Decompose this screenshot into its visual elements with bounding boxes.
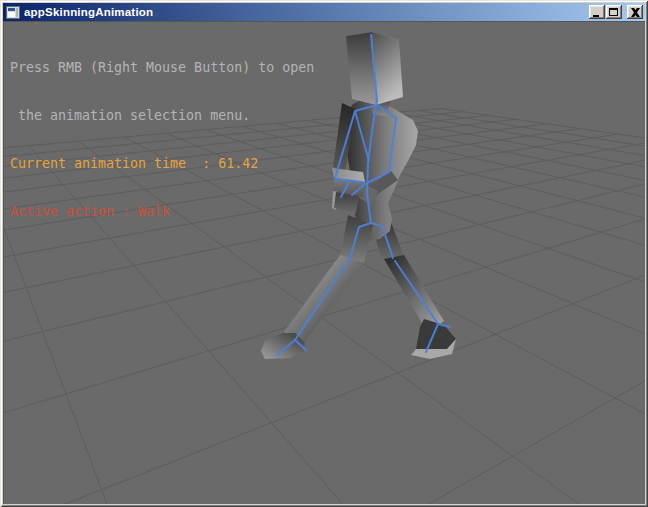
hud-text: Press RMB (Right Mouse Button) to open t… [10,28,314,252]
window-title: appSkinningAnimation [24,6,588,19]
bone-front-shin [295,258,350,340]
character-back-foot [416,319,456,349]
close-icon [631,8,640,17]
grid-line [417,111,645,296]
viewport-3d[interactable]: Press RMB (Right Mouse Button) to open t… [3,21,645,504]
app-icon[interactable] [6,6,20,19]
active-action-readout: Active action : Walk [10,204,314,220]
character-front-foot [261,333,305,359]
grid-line [392,113,645,325]
minimize-button[interactable] [589,5,605,19]
app-window: appSkinningAnimation [0,0,648,507]
maximize-button[interactable] [606,5,622,19]
close-button[interactable] [627,5,643,19]
maximize-icon [609,8,619,17]
animation-time-readout: Current animation time : 61.42 [10,156,314,172]
titlebar[interactable]: appSkinningAnimation [3,3,645,21]
minimize-icon [592,8,602,17]
help-line-1: Press RMB (Right Mouse Button) to open [10,60,314,76]
help-line-2: the animation selection menu. [10,108,314,124]
